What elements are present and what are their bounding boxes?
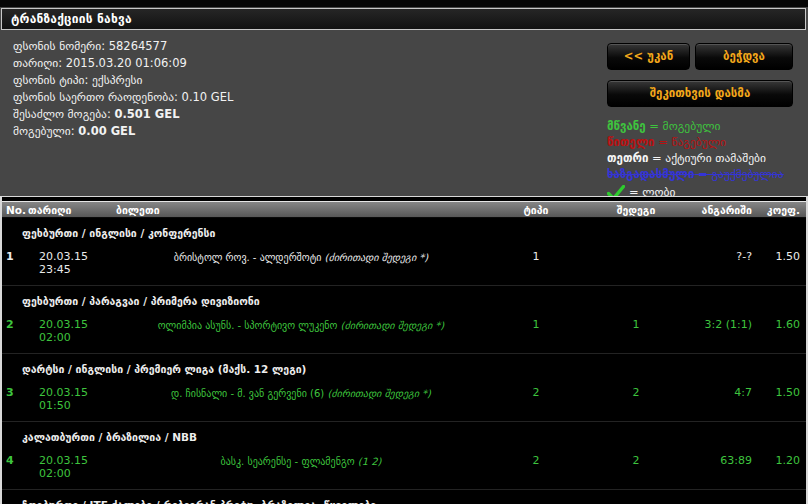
won-value: 0.00 GEL [78,124,135,138]
actions-panel: << უკან ბეჭდვა შეკითხვის დასმა მწვანე = … [607,43,793,200]
table-row: 3 20.03.15 01:50 დ. ჩისნალი - მ. ვან გერ… [2,386,806,412]
row-date: 20.03.15 02:00 [28,454,116,480]
legend-won-key: მწვანე [607,119,646,133]
legend-lost: წითელი = წაგებული [607,134,793,150]
row-result: 2 [586,386,686,399]
row-type: 1 [486,250,586,263]
legend-won: მწვანე = მოგებული [607,118,793,134]
legend-cancelled: ხაზგადასმული = გაუქმებულია [607,166,793,182]
legend-active-text: = აქტიური თამაშები [652,151,766,165]
row-type: 1 [486,318,586,331]
league-header: ფეხბურთი / ინგლისი / კონფერენსი [2,227,806,243]
table-row: 4 20.03.15 02:00 ბასკ. სეარენსე - ფლამენ… [2,454,806,480]
bet-market-note: (ძირითადი შედეგი *) [325,252,429,263]
row-result: 2 [586,454,686,467]
row-date: 20.03.15 23:45 [28,250,116,276]
match-name: ბასკ. სეარენსე - ფლამენგო [221,456,355,467]
row-no: 1 [2,250,28,263]
legend-lost-key: წითელი [607,135,655,149]
bet-number-label: ფსონის ნომერი: [13,39,105,53]
legend-lost-text: = წაგებული [658,135,726,149]
top-strip [0,0,808,7]
bet-group: ჩოგბურთი / ITF ქალები / რიბეირან პრეტუ, … [2,489,806,504]
bet-group: დარტსი / ინგლისი / პრემიერ ლიგა (მაქს. 1… [2,353,806,412]
legend: მწვანე = მოგებული წითელი = წაგებული თეთრ… [607,118,793,200]
row-score: 3:2 (1:1) [686,318,752,331]
league-header: ფეხბურთი / პარაგვაი / პრიმერა დივიზიონი [2,295,806,311]
row-score: 4:7 [686,386,752,399]
row-ticket: ბასკ. სეარენსე - ფლამენგო (1 2) [116,454,486,469]
page-title: ტრანზაქციის ნახვა [1,8,806,30]
league-header: კალათბურთი / ბრაზილია / NBB [2,431,806,447]
row-ticket: დ. ჩისნალი - მ. ვან გერვენი (6) (ძირითად… [116,386,486,401]
row-score: ?-? [686,250,752,263]
table-row: 1 20.03.15 23:45 ბრისტოლ როვ. - ალდერშოტ… [2,250,806,276]
bet-type-label: ფსონის ტიპი: [13,73,88,87]
col-score: ანგარიში [686,204,752,216]
row-coef: 1.50 [752,386,806,399]
legend-won-text: = მოგებული [649,119,720,133]
row-coef: 1.50 [752,250,806,263]
bet-market-note: (1 2) [358,456,382,467]
match-name: ბრისტოლ როვ. - ალდერშოტი [174,252,322,263]
bet-type-value: ექსპრესი [92,73,143,87]
col-type: ტიპი [486,204,586,216]
table-header: No. თარიღი ბილეთი ტიპი შედეგი ანგარიში კ… [2,201,806,218]
league-header: დარტსი / ინგლისი / პრემიერ ლიგა (მაქს. 1… [2,363,806,379]
bet-group: ფეხბურთი / ინგლისი / კონფერენსი 1 20.03.… [2,218,806,276]
bet-market-note: (ძირითადი შედეგი *) [327,388,431,399]
row-ticket: ბრისტოლ როვ. - ალდერშოტი (ძირითადი შედეგ… [116,250,486,265]
bet-group: ფეხბურთი / პარაგვაი / პრიმერა დივიზიონი … [2,285,806,344]
legend-cancelled-key: ხაზგადასმული [607,167,694,181]
legend-active-key: თეთრი [607,151,648,165]
possible-win-value: 0.501 GEL [114,107,179,121]
row-no: 3 [2,386,28,399]
ask-question-button[interactable]: შეკითხვის დასმა [607,80,793,107]
col-coef: კოეფ. [752,204,806,216]
print-button[interactable]: ბეჭდვა [695,43,793,70]
bets-table: No. თარიღი ბილეთი ტიპი შედეგი ანგარიში კ… [0,196,808,504]
row-type: 2 [486,454,586,467]
bet-number-value: 58264577 [109,39,168,53]
bet-date-label: თარიღი: [13,56,62,70]
bet-market-note: (ძირითადი შედეგი *) [341,320,445,331]
possible-win-label: შესაძლო მოგება: [13,107,111,121]
row-no: 4 [2,454,28,467]
bet-group: კალათბურთი / ბრაზილია / NBB 4 20.03.15 0… [2,421,806,480]
row-coef: 1.60 [752,318,806,331]
col-ticket: ბილეთი [116,204,486,216]
row-no: 2 [2,318,28,331]
row-coef: 1.20 [752,454,806,467]
bet-amount-value: 0.10 GEL [182,90,234,104]
row-ticket: ოლიმპია ასუნს. - სპორტივო ლუკენო (ძირითა… [116,318,486,333]
row-date: 20.03.15 01:50 [28,386,116,412]
bet-date-value: 2015.03.20 01:06:09 [66,56,187,70]
row-type: 2 [486,386,586,399]
row-result: 1 [586,318,686,331]
col-date: თარიღი [28,204,116,216]
match-name: ოლიმპია ასუნს. - სპორტივო ლუკენო [158,320,338,331]
col-result: შედეგი [586,204,686,216]
legend-cancelled-text: = გაუქმებულია [698,167,784,181]
back-button[interactable]: << უკან [607,43,690,70]
transaction-panel: ტრანზაქციის ნახვა ფსონის ნომერი: 5826457… [0,0,808,196]
row-date: 20.03.15 02:00 [28,318,116,344]
won-label: მოგებული: [13,124,75,138]
row-score: 63:89 [686,454,752,467]
league-header: ჩოგბურთი / ITF ქალები / რიბეირან პრეტუ, … [2,499,806,504]
match-name: დ. ჩისნალი - მ. ვან გერვენი (6) [171,388,324,399]
col-no: No. [2,204,28,216]
table-row: 2 20.03.15 02:00 ოლიმპია ასუნს. - სპორტი… [2,318,806,344]
legend-active: თეთრი = აქტიური თამაშები [607,150,793,166]
bet-amount-label: ფსონის საერთო რაოდენობა: [13,90,178,104]
